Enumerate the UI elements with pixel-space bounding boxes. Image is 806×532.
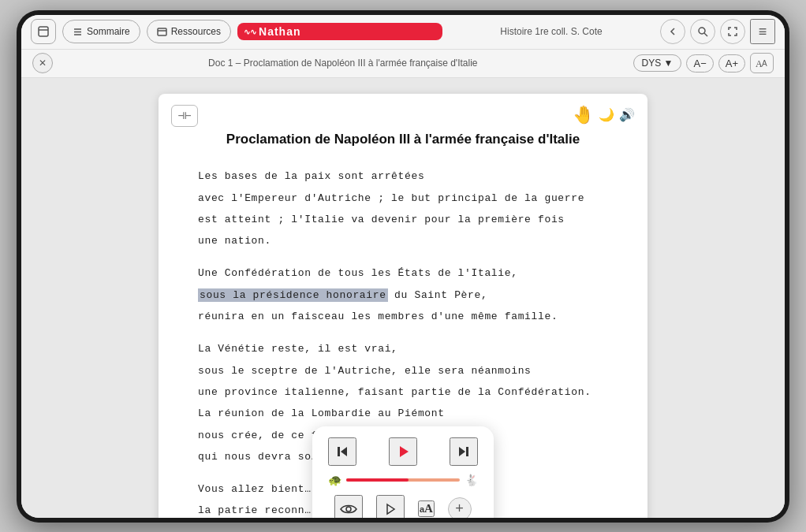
- topbar: Sommaire Ressources ∿∿ Nathan Histoire 1…: [21, 15, 785, 50]
- progress-fill: [346, 478, 409, 482]
- logo-text: Nathan: [259, 25, 300, 38]
- dys-button[interactable]: DYS ▼: [633, 54, 682, 72]
- link-icon[interactable]: ⊣⊢: [171, 105, 198, 127]
- slow-icon: 🐢: [328, 474, 341, 487]
- fullscreen-button[interactable]: [720, 19, 745, 44]
- paragraph-1: Les bases de la paix sont arrêtées avec …: [198, 166, 608, 251]
- menu-button[interactable]: ≡: [750, 19, 775, 44]
- moon-tool-icon[interactable]: 🌙: [599, 107, 614, 123]
- audio-controls-top: [328, 437, 478, 466]
- audio-player: 🐢 🐇: [312, 426, 494, 518]
- audio-eye-button[interactable]: [334, 495, 363, 518]
- svg-marker-11: [341, 447, 347, 456]
- audio-play-button[interactable]: [389, 437, 417, 466]
- back-button[interactable]: [660, 19, 685, 44]
- svg-rect-15: [466, 447, 468, 456]
- ressources-label: Ressources: [171, 26, 221, 37]
- subbar-right: DYS ▼ A− A+ A A: [633, 53, 774, 73]
- home-button[interactable]: [31, 19, 56, 44]
- svg-rect-0: [39, 27, 48, 36]
- hand-tool-icon[interactable]: 🤚: [573, 105, 594, 126]
- close-button[interactable]: ✕: [32, 53, 53, 73]
- svg-point-7: [699, 28, 705, 34]
- ressources-button[interactable]: Ressources: [147, 20, 231, 43]
- progress-row: 🐢 🐇: [328, 474, 478, 487]
- doc-toolbar-left: ⊣⊢: [171, 105, 198, 127]
- font-increase-button[interactable]: A+: [718, 54, 745, 73]
- logo-wave: ∿∿: [244, 28, 256, 36]
- app-title: Histoire 1re coll. S. Cote: [449, 26, 654, 37]
- doc-toolbar-right: 🤚 🌙 🔊: [573, 105, 635, 126]
- font-decrease-button[interactable]: A−: [686, 54, 713, 73]
- svg-marker-14: [459, 447, 465, 456]
- sommaire-label: Sommaire: [87, 26, 130, 37]
- svg-marker-13: [400, 446, 409, 457]
- topbar-left: Sommaire Ressources: [31, 19, 231, 44]
- search-button[interactable]: [690, 19, 715, 44]
- progress-bar[interactable]: [346, 478, 460, 482]
- nathan-logo: ∿∿ Nathan: [237, 23, 442, 40]
- doc-subtitle: Doc 1 – Proclamation de Napoléon III à l…: [59, 58, 627, 69]
- document-page: ⊣⊢ 🤚 🌙 🔊 Proclamation de Napoléon III à …: [159, 94, 647, 518]
- document-title: Proclamation de Napoléon III à l'armée f…: [198, 130, 608, 149]
- topbar-right: ≡: [660, 19, 775, 44]
- audio-text-size-button[interactable]: aA: [418, 500, 435, 517]
- audio-plus-button[interactable]: +: [448, 497, 472, 518]
- content-area: ⊣⊢ 🤚 🌙 🔊 Proclamation de Napoléon III à …: [21, 78, 785, 518]
- topbar-center: ∿∿ Nathan: [237, 23, 442, 40]
- sound-tool-icon[interactable]: 🔊: [619, 107, 635, 123]
- svg-rect-12: [338, 447, 340, 456]
- svg-rect-5: [158, 28, 166, 35]
- audio-controls-bottom: aA +: [328, 495, 478, 518]
- audio-prev-button[interactable]: [328, 437, 356, 466]
- fast-icon: 🐇: [465, 474, 478, 487]
- svg-text:A: A: [762, 59, 767, 68]
- device-frame: Sommaire Ressources ∿∿ Nathan Histoire 1…: [17, 10, 789, 523]
- audio-next-button[interactable]: [450, 437, 478, 466]
- screen: Sommaire Ressources ∿∿ Nathan Histoire 1…: [21, 15, 785, 518]
- audio-play2-button[interactable]: [376, 495, 405, 518]
- sommaire-button[interactable]: Sommaire: [62, 20, 140, 43]
- subbar: ✕ Doc 1 – Proclamation de Napoléon III à…: [21, 50, 785, 78]
- highlighted-text: sous la présidence honoraire: [198, 288, 388, 302]
- font-type-button[interactable]: A A: [750, 53, 774, 73]
- paragraph-2: Une Confédération de tous les États de l…: [198, 262, 608, 327]
- svg-line-8: [704, 33, 707, 36]
- svg-marker-17: [387, 504, 394, 514]
- svg-point-16: [346, 507, 351, 512]
